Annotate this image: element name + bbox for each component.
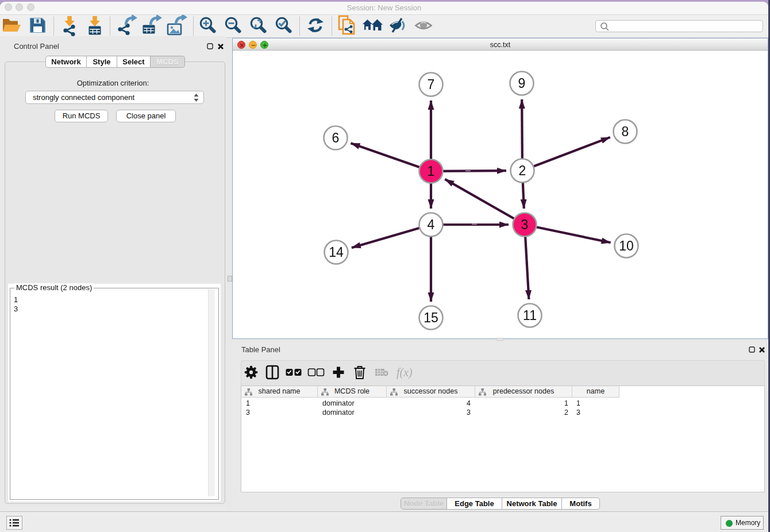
svg-text:4: 4 xyxy=(428,217,435,232)
svg-text:1: 1 xyxy=(428,164,435,179)
svg-text:8: 8 xyxy=(622,124,629,139)
svg-text:10: 10 xyxy=(619,238,634,253)
svg-text:f(x): f(x) xyxy=(396,366,413,379)
svg-text:15: 15 xyxy=(424,310,438,325)
svg-text:3: 3 xyxy=(521,217,529,232)
svg-text:7: 7 xyxy=(428,77,435,92)
svg-text:11: 11 xyxy=(523,308,537,323)
svg-text:14: 14 xyxy=(329,245,344,260)
svg-text:2: 2 xyxy=(519,163,526,178)
svg-text:6: 6 xyxy=(332,130,340,145)
svg-text:9: 9 xyxy=(518,76,526,91)
